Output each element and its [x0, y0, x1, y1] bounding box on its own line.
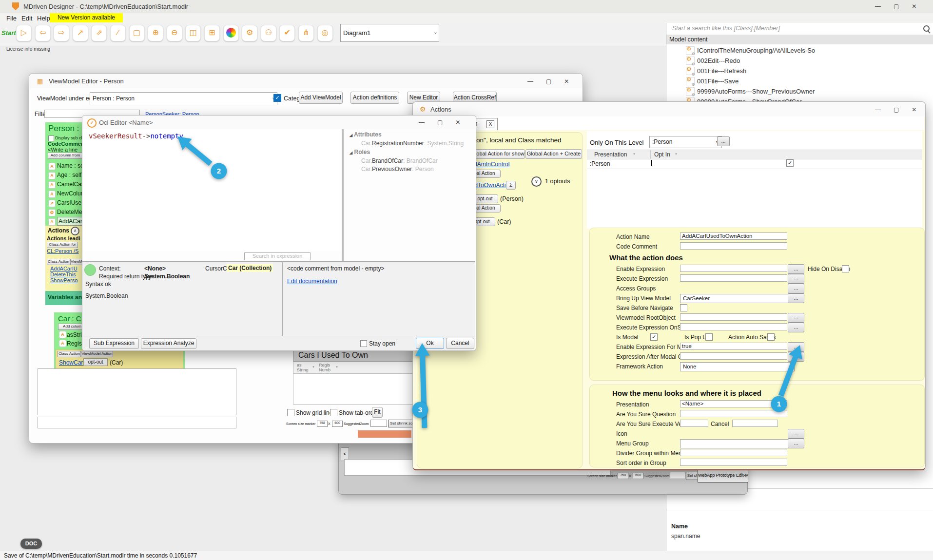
filter-funnel-icon[interactable]: ▼ — [312, 366, 315, 368]
tree-item-registration[interactable]: Car.RegistrationNumber: System.String — [361, 140, 464, 147]
filter-funnel-icon[interactable]: ▼ — [633, 153, 636, 155]
maximize-icon[interactable]: ▢ — [894, 3, 899, 10]
stay-open-checkbox[interactable] — [360, 340, 367, 347]
viewmodel-column-item[interactable]: CamelCas — [57, 181, 84, 188]
viewmodel-column-item[interactable]: Age : self. — [57, 172, 83, 178]
col-regis-numb[interactable]: RegisNumb — [319, 363, 330, 372]
minimize-icon[interactable]: — — [875, 106, 881, 113]
only-level-dots-button[interactable]: ... — [717, 136, 730, 146]
edit-documentation-link[interactable]: Edit documentation — [287, 278, 337, 285]
gears-icon[interactable]: ⚙ — [242, 25, 257, 41]
action-link[interactable]: DeleteThis — [50, 271, 76, 277]
dots-button[interactable]: ... — [788, 323, 804, 332]
viewmodel-column-item[interactable]: Name : sel — [57, 162, 85, 169]
fit-button[interactable]: Fit — [372, 407, 383, 418]
validate-check-icon[interactable]: ✔ — [279, 25, 295, 41]
forward-arrow-icon[interactable]: ⇨ — [54, 25, 69, 41]
categ-checkbox[interactable]: ✓ — [273, 94, 281, 102]
col-presentation[interactable]: Presentation — [594, 151, 627, 158]
add-column-button[interactable]: Add column from — [48, 153, 83, 159]
filter-funnel-icon[interactable]: ▼ — [675, 153, 678, 155]
viewmodel-column-item[interactable]: CarsIUse — [57, 199, 81, 206]
option-checkbox[interactable] — [705, 333, 713, 341]
field-select[interactable]: None▼ — [680, 362, 795, 371]
verb-input[interactable] — [732, 420, 778, 427]
expression-analyze-button[interactable]: Expression Analyze — [141, 338, 196, 349]
minimize-icon[interactable]: — — [875, 3, 881, 10]
list-item[interactable]: ⚙⚙IControlTheMenuGrouping/AtAllLevels-So — [686, 45, 815, 55]
window-icon[interactable]: ◫ — [185, 25, 201, 41]
zoom-out-icon[interactable]: ⊖ — [167, 25, 182, 41]
dots-button[interactable]: ... — [788, 439, 804, 448]
maximize-icon[interactable]: ▢ — [546, 78, 551, 85]
zoom-in-icon[interactable]: ⊕ — [148, 25, 163, 41]
user-link-icon[interactable]: ⚇ — [261, 25, 276, 41]
expander-icon[interactable]: ◢ — [350, 151, 352, 155]
minimize-icon[interactable]: — — [419, 119, 425, 126]
show-tab-order-checkbox[interactable] — [330, 409, 337, 416]
action-definitions-button[interactable]: Action definitions — [350, 92, 399, 104]
list-item[interactable]: ⚙⚙001File---Save — [686, 76, 739, 86]
dots-button[interactable]: ... — [788, 264, 804, 274]
menu-edit[interactable]: Edit — [21, 15, 32, 22]
field-input[interactable] — [680, 459, 787, 466]
size-height-field[interactable]: 600 — [332, 421, 343, 427]
minimize-icon[interactable]: — — [527, 78, 533, 85]
collapse-up-icon[interactable]: ∧ — [71, 227, 79, 235]
field-input[interactable] — [680, 242, 787, 250]
viewmodel-action-button[interactable]: ViewModel Action — [81, 351, 113, 357]
dots-button[interactable]: ... — [788, 284, 804, 293]
start-label[interactable]: Start! — [1, 29, 18, 37]
ocl-expression[interactable]: vSeekerResult->notempty — [89, 132, 183, 140]
size-height-field[interactable]: 600 — [633, 473, 643, 479]
sub-expression-button[interactable]: Sub Expression — [89, 338, 139, 349]
table-row-person[interactable]: :Person — [590, 160, 610, 167]
color-wheel-icon[interactable] — [223, 25, 239, 41]
field-input[interactable]: <Name> — [680, 400, 787, 407]
action-link[interactable]: ShowPerso — [50, 277, 78, 283]
doc-badge[interactable]: DOC — [20, 539, 42, 549]
field-input[interactable] — [680, 323, 787, 330]
ok-button[interactable]: Ok — [416, 338, 444, 349]
search-icon[interactable] — [923, 25, 930, 32]
dots-button[interactable]: ... — [788, 352, 804, 362]
class-action-button[interactable]: Class Action — [47, 259, 70, 265]
list-item[interactable]: ⚙⚙002Edit---Redo — [686, 56, 740, 65]
action-link[interactable]: AddACarIU — [50, 266, 78, 271]
dots-button[interactable]: ... — [788, 313, 804, 323]
opt-in-checkbox[interactable]: ✓ — [786, 159, 794, 167]
car-item[interactable]: asStri — [67, 331, 82, 338]
tree-item-previousowner[interactable]: Car.PreviousOwner: Person — [361, 166, 434, 173]
global-action-for-show-button[interactable]: Global Action for show — [470, 149, 525, 159]
tree-attributes-header[interactable]: ◢ Attributes — [350, 131, 382, 138]
search-in-expression-input[interactable]: Search in expression — [244, 252, 311, 260]
show-grid-lines-checkbox[interactable] — [287, 409, 294, 416]
spiral-icon[interactable]: ◎ — [317, 25, 333, 41]
class-action-button[interactable]: Class Action — [58, 351, 81, 357]
dots-button[interactable]: ... — [788, 274, 804, 284]
draw-arrow-icon[interactable]: ⇗ — [91, 25, 107, 41]
close-icon[interactable]: ✕ — [912, 106, 916, 113]
sigma-button[interactable]: Σ — [506, 181, 516, 190]
only-level-select[interactable]: :Person▼ — [649, 136, 722, 148]
select-frame-icon[interactable]: ▢ — [129, 25, 145, 41]
cancel-button[interactable]: Cancel — [446, 338, 474, 349]
col-opt-in[interactable]: Opt In — [654, 151, 670, 158]
tree-roles-header[interactable]: ◢ Roles — [350, 149, 370, 155]
ocl-code-area[interactable]: vSeekerResult->notempty — [82, 129, 342, 251]
opt-out-button[interactable]: opt-out — [83, 358, 108, 366]
filter-funnel-icon[interactable]: ▼ — [335, 366, 338, 368]
viewmodel-column-item[interactable]: DeleteMe — [57, 209, 82, 215]
menu-file[interactable]: File — [6, 15, 17, 22]
menu-help[interactable]: Help — [37, 15, 50, 22]
car-item[interactable]: Regis — [67, 340, 82, 347]
field-input[interactable]: AddACarIUsedToOwnAction — [680, 232, 787, 240]
field-select[interactable]: CarSeeker▼ — [680, 294, 795, 303]
global-action-create-button[interactable]: Global Action + Create — [525, 149, 582, 159]
maximize-icon[interactable]: ▢ — [894, 106, 899, 113]
viewmodel-column-item[interactable]: NewColum — [57, 190, 86, 197]
show-car-link[interactable]: ShowCar — [59, 359, 83, 366]
window-run-icon[interactable]: ⊞ — [204, 25, 220, 41]
expander-icon[interactable]: ◢ — [350, 133, 352, 137]
close-icon[interactable]: ✕ — [564, 78, 569, 85]
